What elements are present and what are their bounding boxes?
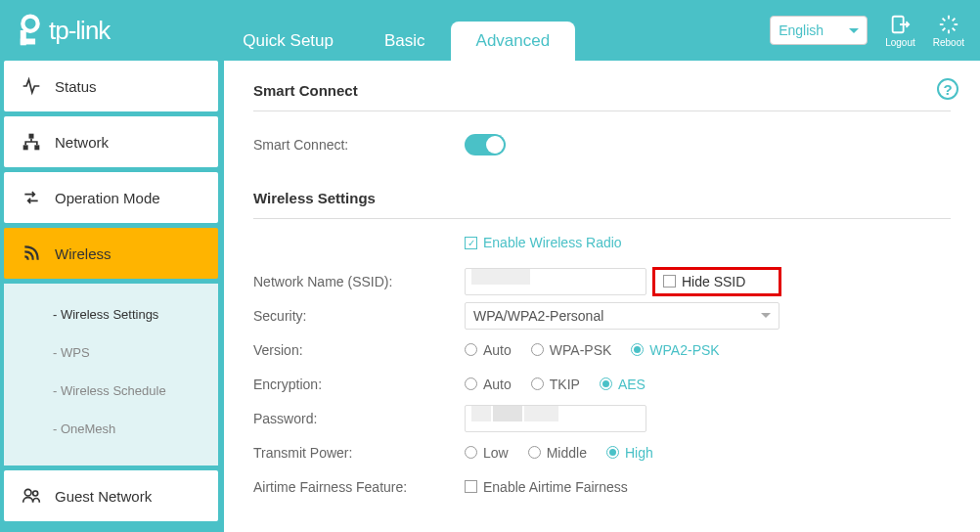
help-icon[interactable]: ? <box>937 78 958 100</box>
wireless-settings-title: Wireless Settings <box>253 190 951 219</box>
language-select[interactable]: English <box>770 16 868 45</box>
version-label: Version: <box>253 342 465 358</box>
security-select[interactable]: WPA/WPA2-Personal <box>465 302 780 330</box>
svg-point-16 <box>33 491 38 496</box>
transmit-low-radio[interactable]: Low <box>465 445 509 461</box>
status-icon <box>22 76 41 96</box>
hide-ssid-checkbox[interactable]: ✓ <box>663 275 676 288</box>
enable-wireless-radio-checkbox[interactable]: ✓ Enable Wireless Radio <box>465 235 951 250</box>
logout-button[interactable]: Logout <box>885 14 915 48</box>
password-input[interactable] <box>465 405 646 432</box>
version-auto-radio[interactable]: Auto <box>465 342 512 358</box>
svg-rect-14 <box>34 145 39 150</box>
transmit-high-radio[interactable]: High <box>606 445 653 461</box>
airtime-fairness-checkbox[interactable]: ✓ Enable Airtime Fairness <box>465 479 628 495</box>
version-wpa-radio[interactable]: WPA-PSK <box>531 342 612 358</box>
logo: tp-link <box>14 14 110 47</box>
wireless-icon <box>22 244 41 263</box>
sidebar-item-wireless[interactable]: Wireless <box>4 228 218 279</box>
brand-text: tp-link <box>49 16 110 46</box>
sub-wireless-schedule[interactable]: Wireless Schedule <box>4 372 218 410</box>
operation-mode-icon <box>22 188 41 207</box>
airtime-label: Airtime Fairness Feature: <box>253 479 465 495</box>
checkbox-checked-icon: ✓ <box>465 237 477 249</box>
chevron-down-icon <box>849 28 859 38</box>
sidebar-item-status[interactable]: Status <box>4 61 218 111</box>
tplink-logo-icon <box>14 14 47 47</box>
hide-ssid-highlight: ✓ Hide SSID <box>652 267 781 296</box>
reboot-button[interactable]: Reboot <box>933 14 964 48</box>
smart-connect-toggle[interactable] <box>465 134 506 155</box>
encryption-label: Encryption: <box>253 377 465 392</box>
wireless-submenu: Wireless Settings WPS Wireless Schedule … <box>4 284 218 466</box>
svg-line-11 <box>953 18 956 21</box>
encryption-tkip-radio[interactable]: TKIP <box>531 377 580 392</box>
sidebar: Status Network Operation Mode Wireless W… <box>0 61 218 532</box>
tab-basic[interactable]: Basic <box>359 22 451 61</box>
sidebar-item-operation-mode[interactable]: Operation Mode <box>4 172 218 223</box>
header: tp-link Quick Setup Basic Advanced Engli… <box>0 0 980 61</box>
ssid-input[interactable] <box>465 268 646 295</box>
logout-icon <box>889 14 911 35</box>
svg-point-0 <box>22 17 37 31</box>
svg-rect-12 <box>29 134 34 139</box>
checkbox-unchecked-icon: ✓ <box>465 480 477 493</box>
smart-connect-label: Smart Connect: <box>253 137 465 153</box>
transmit-power-label: Transmit Power: <box>253 445 465 461</box>
network-icon <box>22 132 41 152</box>
guest-network-icon <box>22 486 41 506</box>
encryption-aes-radio[interactable]: AES <box>600 377 646 392</box>
encryption-auto-radio[interactable]: Auto <box>465 377 512 392</box>
security-label: Security: <box>253 308 465 324</box>
top-tabs: Quick Setup Basic Advanced <box>217 0 575 61</box>
tab-advanced[interactable]: Advanced <box>451 22 576 61</box>
version-wpa2-radio[interactable]: WPA2-PSK <box>631 342 719 358</box>
ssid-label: Network Name (SSID): <box>253 274 465 289</box>
sub-onemesh[interactable]: OneMesh <box>4 410 218 448</box>
svg-line-9 <box>953 27 956 30</box>
sub-wps[interactable]: WPS <box>4 333 218 372</box>
svg-rect-2 <box>21 39 35 45</box>
hide-ssid-label: Hide SSID <box>682 274 745 289</box>
svg-rect-13 <box>23 145 28 150</box>
reboot-icon <box>938 14 959 35</box>
svg-point-15 <box>24 489 31 496</box>
sub-wireless-settings[interactable]: Wireless Settings <box>4 295 218 333</box>
tab-quick-setup[interactable]: Quick Setup <box>217 22 359 61</box>
svg-line-8 <box>942 18 945 21</box>
transmit-middle-radio[interactable]: Middle <box>528 445 587 461</box>
dropdown-icon <box>761 313 771 323</box>
smart-connect-title: Smart Connect <box>253 82 951 111</box>
sidebar-item-network[interactable]: Network <box>4 116 218 167</box>
svg-line-10 <box>942 27 945 30</box>
main-content: ? Smart Connect Smart Connect: Wireless … <box>224 61 980 532</box>
language-value: English <box>779 22 824 38</box>
sidebar-item-guest-network[interactable]: Guest Network <box>4 470 218 521</box>
password-label: Password: <box>253 411 465 426</box>
